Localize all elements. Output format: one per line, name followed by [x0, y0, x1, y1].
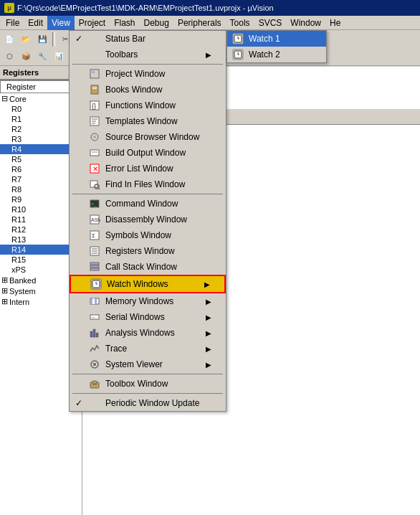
system-viewer-icon: [88, 359, 101, 370]
menu-call-stack[interactable]: Call Stack Window: [70, 259, 226, 275]
source-browser-icon: [88, 131, 101, 143]
menu-periodic-update[interactable]: ✓ Periodic Window Update: [70, 395, 226, 411]
memory-icon: [88, 296, 101, 307]
menu-serial-windows[interactable]: ~ Serial Windows ▶: [70, 309, 226, 325]
svg-rect-1: [92, 71, 95, 73]
menu-registers[interactable]: Registers Window: [70, 243, 226, 259]
view-menu: ✓ Status Bar Toolbars ▶ Project Window: [69, 30, 226, 412]
dropdown-overlay: ✓ Status Bar Toolbars ▶ Project Window: [0, 0, 420, 515]
menu-analysis-windows[interactable]: Analysis Windows ▶: [70, 325, 226, 341]
svg-text:Σ: Σ: [92, 232, 95, 239]
registers-label: Registers Window: [105, 246, 175, 256]
watch2-icon: [232, 49, 244, 60]
menu-status-bar[interactable]: ✓ Status Bar: [70, 31, 226, 47]
analysis-arrow-icon: ▶: [206, 329, 211, 337]
toolbox-window-label: Toolbox Window: [105, 379, 168, 389]
symbols-label: Symbols Window: [105, 230, 171, 240]
trace-icon: [88, 343, 101, 354]
call-stack-icon: [88, 261, 101, 273]
menu-error-list[interactable]: ✕ Error List Window: [70, 161, 226, 176]
functions-window-label: Functions Window: [105, 100, 176, 110]
analysis-icon: [88, 327, 101, 339]
menu-command[interactable]: >_ Command Window: [70, 196, 226, 212]
menu-build-output[interactable]: Build Output Window: [70, 145, 226, 161]
menu-templates-window[interactable]: Templates Window: [70, 113, 226, 129]
menu-toolbars[interactable]: Toolbars ▶: [70, 47, 226, 62]
svg-rect-38: [90, 298, 92, 304]
books-window-label: Books Window: [105, 85, 162, 95]
trace-label: Trace: [105, 344, 127, 354]
system-viewer-label: System Viewer: [105, 359, 163, 369]
svg-rect-45: [96, 333, 98, 337]
analysis-windows-label: Analysis Windows: [105, 328, 175, 338]
status-bar-icon: [88, 33, 101, 44]
build-output-label: Build Output Window: [105, 148, 186, 158]
svg-rect-39: [92, 298, 95, 304]
svg-point-12: [93, 136, 96, 138]
sep-3: [72, 374, 223, 374]
serial-icon: ~: [88, 311, 101, 323]
menu-toolbox-window[interactable]: Toolbox Window: [70, 376, 226, 392]
svg-text:✕: ✕: [92, 165, 98, 173]
system-viewer-arrow-icon: ▶: [206, 361, 211, 369]
watch-icon: [90, 278, 102, 290]
templates-icon: [88, 115, 101, 127]
check-icon: ✓: [74, 34, 84, 44]
sep-1: [72, 64, 223, 65]
svg-line-19: [98, 188, 100, 189]
error-list-label: Error List Window: [105, 164, 173, 174]
error-list-icon: ✕: [88, 163, 101, 174]
svg-rect-0: [90, 70, 99, 78]
disassembly-icon: ASM: [88, 214, 101, 225]
watch-submenu: Watch 1 Watch 2: [226, 30, 327, 63]
menu-project-window[interactable]: Project Window: [70, 66, 226, 82]
menu-symbols[interactable]: Σ Symbols Window: [70, 227, 226, 243]
svg-rect-2: [91, 85, 98, 94]
watch1-label: Watch 1: [249, 34, 280, 44]
menu-system-viewer[interactable]: System Viewer ▶: [70, 356, 226, 372]
find-files-label: Find In Files Window: [105, 179, 185, 189]
svg-text:~: ~: [92, 315, 95, 320]
symbols-icon: Σ: [88, 230, 101, 241]
menu-books-window[interactable]: Books Window: [70, 82, 226, 98]
menu-memory-windows[interactable]: Memory Windows ▶: [70, 293, 226, 309]
disassembly-label: Disassembly Window: [105, 214, 187, 225]
menu-functions-window[interactable]: {} Functions Window: [70, 98, 226, 113]
toolbars-label: Toolbars: [105, 49, 138, 60]
svg-rect-4: [92, 88, 97, 89]
watch1-icon: [232, 33, 244, 44]
call-stack-label: Call Stack Window: [105, 262, 177, 272]
svg-rect-3: [92, 87, 97, 88]
svg-rect-44: [93, 329, 95, 337]
menu-disassembly[interactable]: ASM Disassembly Window: [70, 212, 226, 227]
registers-icon: [88, 245, 101, 257]
memory-windows-label: Memory Windows: [105, 296, 173, 306]
watch-arrow-icon: ▶: [204, 280, 210, 288]
sep-2: [72, 194, 223, 194]
memory-arrow-icon: ▶: [206, 298, 211, 306]
source-browser-label: Source Browser Window: [105, 132, 199, 142]
build-output-icon: [88, 147, 101, 159]
toolbox-icon: [88, 378, 101, 389]
status-bar-label: Status Bar: [105, 34, 145, 44]
find-files-icon: [88, 179, 101, 190]
menu-find-files[interactable]: Find In Files Window: [70, 176, 226, 192]
svg-rect-31: [90, 265, 99, 268]
toolbars-icon: [88, 49, 101, 60]
watch-2-item[interactable]: Watch 2: [227, 47, 326, 62]
books-icon: [88, 84, 101, 95]
svg-rect-32: [90, 268, 99, 270]
svg-text:>_: >_: [91, 202, 97, 207]
sep-4: [72, 393, 223, 394]
project-window-label: Project Window: [105, 69, 165, 79]
command-icon: >_: [88, 198, 101, 209]
menu-source-browser[interactable]: Source Browser Window: [70, 129, 226, 145]
watch-1-item[interactable]: Watch 1: [227, 31, 326, 47]
arrow-icon: ▶: [206, 51, 211, 59]
serial-windows-label: Serial Windows: [105, 312, 165, 322]
periodic-icon: [88, 397, 101, 409]
svg-rect-13: [90, 150, 99, 156]
menu-trace[interactable]: Trace ▶: [70, 341, 226, 356]
periodic-update-label: Periodic Window Update: [105, 398, 199, 408]
menu-watch-windows[interactable]: Watch Windows ▶: [70, 275, 226, 293]
